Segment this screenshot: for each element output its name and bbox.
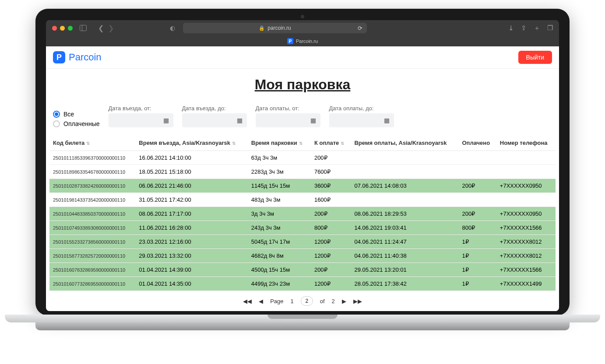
filter-all-label: Все bbox=[63, 111, 74, 118]
cell-phone: +7XXXXXX8012 bbox=[496, 235, 556, 249]
prev-page-button[interactable]: ◀ bbox=[259, 298, 263, 304]
cell-due: 200₽ bbox=[311, 151, 351, 165]
svg-rect-0 bbox=[80, 25, 87, 31]
cell-pay-time bbox=[351, 193, 458, 207]
cell-phone: +7XXXXXX1566 bbox=[496, 221, 556, 235]
cell-due: 200₽ bbox=[311, 263, 351, 277]
next-page-button[interactable]: ▶ bbox=[342, 298, 346, 304]
filter-paid-radio[interactable]: Оплаченные bbox=[53, 120, 100, 127]
close-window-button[interactable] bbox=[52, 26, 57, 31]
downloads-icon[interactable]: ⤓ bbox=[508, 24, 514, 32]
reload-icon[interactable]: ⟳ bbox=[358, 25, 362, 32]
forward-button[interactable]: ❯ bbox=[108, 24, 114, 32]
filter-paid-label: Оплаченные bbox=[63, 120, 100, 127]
cell-ticket: 250101074933893080000000110 bbox=[49, 221, 135, 235]
date-in-to-input[interactable]: ▦ bbox=[182, 113, 247, 127]
cell-due: 1200₽ bbox=[311, 277, 351, 291]
cell-phone bbox=[496, 193, 556, 207]
col-due[interactable]: К оплате⇅ bbox=[311, 135, 351, 151]
maximize-window-button[interactable] bbox=[68, 26, 73, 31]
pagination: ◀◀ ◀ Page 1 of 2 ▶ ▶▶ bbox=[46, 291, 559, 311]
date-pay-to-label: Дата оплаты, до: bbox=[329, 105, 394, 112]
sidebar-toggle-icon[interactable] bbox=[80, 25, 87, 31]
cell-pay-time: 14.06.2021 19:03:41 bbox=[351, 221, 458, 235]
table-row[interactable]: 25010160783286959000000011001.04.2021 14… bbox=[49, 263, 556, 277]
cell-paid-amount: 1₽ bbox=[458, 277, 496, 291]
cell-phone: +7XXXXXX1566 bbox=[496, 263, 556, 277]
cell-phone: +7XXXXXX0950 bbox=[496, 207, 556, 221]
cell-parking: 1145д 15ч 15м bbox=[248, 179, 311, 193]
calendar-icon: ▦ bbox=[237, 117, 243, 124]
cell-ticket: 250101552332738560000000110 bbox=[49, 235, 135, 249]
laptop-base bbox=[35, 315, 570, 330]
table-row[interactable]: 25010102873382426000000011006.06.2021 21… bbox=[49, 179, 556, 193]
brand-name: Parcoin bbox=[69, 52, 102, 63]
cell-entry: 06.06.2021 21:46:00 bbox=[135, 179, 247, 193]
sort-icon: ⇅ bbox=[341, 141, 344, 146]
table-row[interactable]: 25010104483385037000000011008.06.2021 17… bbox=[49, 207, 556, 221]
table-row[interactable]: 25010158773282572000000011029.03.2021 13… bbox=[49, 249, 556, 263]
cell-phone: +7XXXXXX8012 bbox=[496, 249, 556, 263]
privacy-shield-icon[interactable]: ◐ bbox=[170, 24, 175, 32]
tabs-overview-icon[interactable]: ❐ bbox=[547, 24, 553, 32]
page-label: Page bbox=[270, 298, 283, 304]
cell-entry: 01.04.2021 14:35:00 bbox=[135, 277, 247, 291]
new-tab-icon[interactable]: ＋ bbox=[534, 24, 540, 32]
cell-parking: 3д 3ч 3м bbox=[248, 207, 311, 221]
cell-entry: 23.03.2021 12:16:00 bbox=[135, 235, 247, 249]
brand-logo[interactable]: P Parcoin bbox=[53, 51, 102, 63]
address-text: parcoin.ru bbox=[267, 25, 291, 31]
table-row[interactable]: 25010160773286955000000011001.04.2021 14… bbox=[49, 277, 556, 291]
address-bar[interactable]: 🔒 parcoin.ru ⟳ bbox=[183, 23, 367, 33]
sort-icon: ⇅ bbox=[232, 141, 236, 146]
cell-ticket: 250101044833850370000000110 bbox=[49, 207, 135, 221]
cell-parking: 4500д 15ч 15м bbox=[248, 263, 311, 277]
table-row[interactable]: 25010198143373542000000011031.05.2021 17… bbox=[49, 193, 556, 207]
date-pay-from-label: Дата оплаты, от: bbox=[256, 105, 320, 112]
cell-phone bbox=[496, 165, 556, 179]
camera-dot bbox=[301, 15, 304, 18]
col-phone[interactable]: Номер телефона bbox=[496, 135, 556, 151]
table-row[interactable]: 25010107493389308000000011011.06.2021 16… bbox=[49, 221, 556, 235]
col-pay-time[interactable]: Время оплаты, Asia/Krasnoyarsk bbox=[351, 135, 458, 151]
logout-button[interactable]: Выйти bbox=[518, 51, 552, 64]
tab-favicon: P bbox=[287, 38, 293, 44]
cell-phone bbox=[496, 151, 556, 165]
cell-ticket: 250101981433735420000000110 bbox=[49, 193, 135, 207]
col-ticket[interactable]: Код билета⇅ bbox=[49, 135, 135, 151]
date-pay-to-input[interactable]: ▦ bbox=[329, 113, 394, 127]
cell-phone: +7XXXXXX0950 bbox=[496, 179, 556, 193]
date-in-from-input[interactable]: ▦ bbox=[109, 113, 173, 127]
back-button[interactable]: ❮ bbox=[98, 24, 104, 32]
share-icon[interactable]: ⇪ bbox=[521, 24, 527, 32]
date-pay-from-input[interactable]: ▦ bbox=[256, 113, 320, 127]
browser-toolbar: ❮ ❯ ◐ 🔒 parcoin.ru ⟳ ⤓ ⇪ ＋ ❐ bbox=[46, 20, 559, 36]
cell-entry: 29.03.2021 13:32:00 bbox=[135, 249, 247, 263]
cell-ticket: 250101587732825720000000110 bbox=[49, 249, 135, 263]
cell-pay-time: 29.05.2021 13:20:01 bbox=[351, 263, 458, 277]
laptop-notch bbox=[267, 315, 338, 319]
col-entry[interactable]: Время въезда, Asia/Krasnoyarsk⇅ bbox=[135, 135, 247, 151]
tab-title[interactable]: Parcoin.ru bbox=[296, 38, 318, 44]
cell-paid-amount bbox=[458, 165, 496, 179]
cell-pay-time: 04.06.2021 11:40:38 bbox=[351, 249, 458, 263]
last-page-button[interactable]: ▶▶ bbox=[353, 298, 362, 304]
cell-parking: 4682д 8ч 8м bbox=[248, 249, 311, 263]
logo-icon: P bbox=[53, 51, 65, 63]
page-input[interactable] bbox=[301, 296, 313, 306]
filter-all-radio[interactable]: Все bbox=[53, 111, 100, 118]
page-title: Моя парковка bbox=[46, 69, 559, 105]
cell-pay-time bbox=[351, 151, 458, 165]
minimize-window-button[interactable] bbox=[60, 26, 65, 31]
table-row[interactable]: 25010189863354678000000011018.05.2021 15… bbox=[49, 165, 556, 179]
cell-pay-time: 04.06.2021 11:24:47 bbox=[351, 235, 458, 249]
first-page-button[interactable]: ◀◀ bbox=[243, 298, 252, 304]
table-row[interactable]: 25010155233273856000000011023.03.2021 12… bbox=[49, 235, 556, 249]
table-row[interactable]: 25010111853396370000000011016.06.2021 14… bbox=[49, 151, 556, 165]
window-controls bbox=[52, 26, 73, 31]
cell-entry: 18.05.2021 15:18:00 bbox=[135, 165, 247, 179]
cell-pay-time: 28.05.2021 17:38:42 bbox=[351, 277, 458, 291]
col-parking[interactable]: Время парковки⇅ bbox=[248, 135, 311, 151]
cell-due: 7600₽ bbox=[311, 165, 351, 179]
col-paid[interactable]: Оплачено bbox=[458, 135, 496, 151]
